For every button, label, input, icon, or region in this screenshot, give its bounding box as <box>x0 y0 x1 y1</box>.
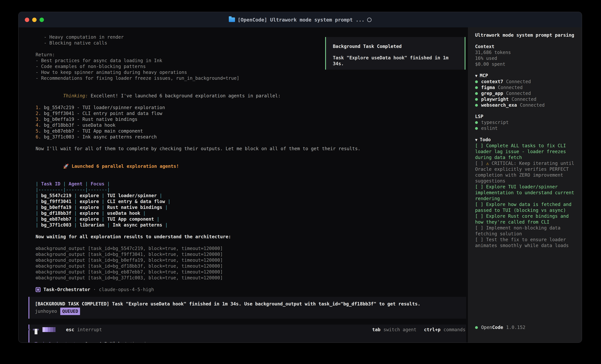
gear-icon: ⚙ <box>36 258 38 263</box>
tool-call-line: ⚙background_output [task_id=bg_37f1c003,… <box>36 275 468 281</box>
thinking-line: Thinking: Excellent! I've launched 6 bac… <box>36 87 468 105</box>
warning-icon: ⚠ <box>486 161 491 166</box>
thinking-list: 1. bg_5547c219 - TUI loader/spinner expl… <box>36 105 468 140</box>
context-tokens: 31,686 tokens <box>475 49 575 56</box>
todo-item: [ ] Implement non-blocking data fetching… <box>475 225 575 237</box>
agent-separator: · <box>93 287 96 293</box>
input-agent-name[interactable]: Task-Orchestrator <box>35 341 81 343</box>
thinking-item: 3. bg_b0effa19 - Rust native bindings <box>36 116 468 122</box>
thinking-label: Thinking: <box>63 93 88 98</box>
commands-label: commands <box>443 327 465 332</box>
ctrl-p-key: ctrl+p <box>424 327 441 332</box>
table-row: | bg_b0effa19 | explore | Rust native bi… <box>36 204 468 210</box>
sidebar-title: Ultrawork mode system prompt parsing <box>475 32 575 38</box>
green-dot-icon <box>475 121 478 124</box>
spinner-icon <box>42 327 56 332</box>
todo-heading[interactable]: ▼Todo <box>475 137 575 143</box>
table-row: | bg_eb87ebb7 | explore | TUI App compon… <box>36 216 468 222</box>
mcp-item: playwrightConnected <box>475 96 575 102</box>
todo-list: [ ] Complete ALL tasks to fix CLI loader… <box>475 143 575 249</box>
status-dots-icon <box>29 329 39 330</box>
app-window: [OpenCode] Ultrawork mode system prompt … <box>18 12 582 343</box>
todo-item: [ ] Explore how data is fetched and pass… <box>475 201 575 213</box>
esc-key: esc <box>66 327 74 332</box>
green-dot-icon <box>475 98 478 101</box>
thinking-item: 2. bg_f9ff3041 - CLI entry point and dat… <box>36 111 468 116</box>
table-header-row: | Task ID | Agent | Focus | <box>36 181 468 187</box>
green-dot-icon <box>475 86 478 89</box>
table-row: | bg_df18bb3f | explore | useData hook | <box>36 210 468 216</box>
gear-icon: ⚙ <box>36 246 38 251</box>
context-used: 16% used <box>475 56 575 61</box>
tool-call-line: ⚙background_output [task_id=bg_df18bb3f,… <box>36 263 468 269</box>
status-dot-icon <box>475 326 478 329</box>
window-title: [OpenCode] Ultrawork mode system prompt … <box>238 17 364 23</box>
gear-icon: ⚙ <box>36 275 38 280</box>
agent-footer: Task-Orchestrator · claude-opus-4-5-high <box>36 287 468 293</box>
gear-icon: ⚙ <box>36 263 38 269</box>
lsp-section: LSP typescripteslint <box>475 114 575 131</box>
status-bar: esc interrupt tab switch agent ctrl+p co… <box>29 326 465 333</box>
todo-section: ▼Todo [ ] Complete ALL tasks to fix CLI … <box>475 137 575 249</box>
input-footer: Task-Orchestrator Opus 4.5 High Anthropi… <box>35 341 461 343</box>
completed-task-message: [BACKGROUND TASK COMPLETED] Task "Explor… <box>35 300 461 307</box>
thinking-item: 4. bg_df18bb3f - useData hook <box>36 122 468 128</box>
queued-badge: QUEUED <box>60 307 80 315</box>
green-dot-icon <box>475 104 478 107</box>
thinking-item: 1. bg_5547c219 - TUI loader/spinner expl… <box>36 105 468 111</box>
agent-name: Task-Orchestrator <box>43 287 90 293</box>
mcp-item: grep_appConnected <box>475 90 575 96</box>
todo-item: [ ] Explore TUI loader/spinner implement… <box>475 184 575 201</box>
title-bar[interactable]: [OpenCode] Ultrawork mode system prompt … <box>19 12 582 27</box>
context-spent: $0.00 spent <box>475 61 575 67</box>
lsp-item: eslint <box>475 125 575 131</box>
tab-hint: tab switch agent <box>372 327 416 332</box>
sidebar: Ultrawork mode system prompt parsing Con… <box>468 27 582 343</box>
tab-key: tab <box>372 327 381 332</box>
tool-call-line: ⚙background_output [task_id=bg_f9ff3041,… <box>36 251 468 257</box>
thinking-item: 5. bg_eb87ebb7 - TUI App main component <box>36 128 468 134</box>
green-dot-icon <box>475 92 478 95</box>
green-dot-icon <box>475 80 478 83</box>
gear-icon: ⚙ <box>36 252 38 257</box>
lsp-item: typescript <box>475 120 575 125</box>
terminal-main[interactable]: - Heavy computation in render - Blocking… <box>19 27 468 343</box>
input-model-name[interactable]: Opus 4.5 High <box>85 341 121 343</box>
esc-label: interrupt <box>77 327 102 332</box>
progress-circle-icon <box>367 18 371 22</box>
todo-item: [ ] Complete ALL tasks to fix CLI loader… <box>475 143 575 161</box>
tool-call-line: ⚙background_output [task_id=bg_b0effa19,… <box>36 257 468 263</box>
thinking-outro: Now I'll wait for all of them to complet… <box>36 146 468 152</box>
thinking-intro: Excellent! I've launched 6 background ex… <box>88 93 280 98</box>
lsp-heading: LSP <box>475 114 575 120</box>
green-dot-icon <box>475 127 478 130</box>
completed-task-block: [BACKGROUND TASK COMPLETED] Task "Explor… <box>29 297 466 319</box>
thinking-item: 6. bg_37f1c003 - Ink async patterns rese… <box>36 134 468 140</box>
rocket-icon: 🚀 <box>63 163 69 169</box>
table-row: | bg_5547c219 | explore | TUI loader/spi… <box>36 193 468 199</box>
lsp-list: typescripteslint <box>475 120 575 131</box>
announcement-line: 🚀 Launched 6 parallel exploration agents… <box>36 158 468 175</box>
commands-hint: ctrl+p commands <box>424 327 465 332</box>
background-task-toast[interactable]: Background Task Completed Task "Explore … <box>325 37 465 70</box>
context-heading: Context <box>475 44 575 49</box>
transcript-line: - How to keep spinner animating during h… <box>36 69 468 75</box>
chevron-down-icon: ▼ <box>475 74 477 78</box>
toast-title: Background Task Completed <box>333 44 458 49</box>
table-row: | bg_f9ff3041 | explore | CLI entry & da… <box>36 199 468 204</box>
markdown-table: | Task ID | Agent | Focus ||---------|--… <box>36 181 468 228</box>
context-section: Context 31,686 tokens 16% used $0.00 spe… <box>475 44 575 67</box>
todo-item: [ ] Test the fix to ensure loader animat… <box>475 237 575 249</box>
esc-hint: esc interrupt <box>66 327 102 332</box>
mcp-item: context7Connected <box>475 79 575 85</box>
app-name-regular: Open <box>481 325 492 330</box>
toast-body: Task "Explore useData hook" finished in … <box>333 55 458 67</box>
app-version-number: 1.0.152 <box>506 325 525 330</box>
tool-call-line: ⚙background_output [task_id=bg_5547c219,… <box>36 246 468 251</box>
mcp-heading[interactable]: ▼MCP <box>475 73 575 79</box>
user-name: junhoyeo <box>35 308 57 315</box>
waiting-line: Now waiting for all exploration results … <box>36 234 468 240</box>
transcript-line: - Recommendations for fixing loader free… <box>36 75 468 81</box>
app-name-bold: Code <box>492 325 503 330</box>
todo-item: [ ] Explore Rust core bindings and how t… <box>475 213 575 225</box>
